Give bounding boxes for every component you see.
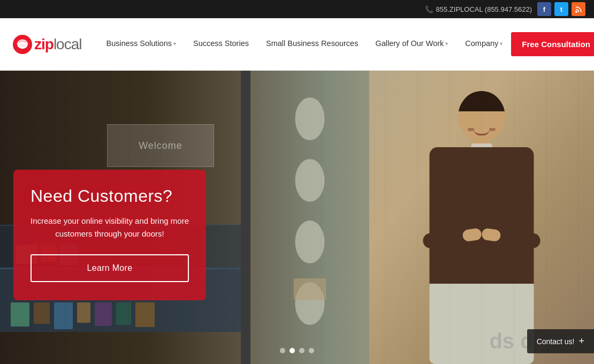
nav-item-business-solutions[interactable]: Business Solutions ▾ bbox=[97, 18, 185, 71]
facebook-button[interactable]: f bbox=[537, 2, 551, 16]
social-icons: f t bbox=[537, 2, 585, 16]
dropdown-arrow: ▾ bbox=[173, 41, 176, 47]
hero-subtitle: Increase your online visibility and brin… bbox=[31, 215, 189, 240]
hero-overlay-box: Need Customers? Increase your online vis… bbox=[13, 170, 206, 300]
learn-more-button[interactable]: Learn More bbox=[31, 254, 189, 282]
phone-number: 855.ZIPLOCAL (855.947.5622) bbox=[436, 5, 532, 13]
dot-3[interactable] bbox=[299, 348, 304, 353]
logo-text: ziplocal bbox=[34, 36, 81, 53]
nav-item-company[interactable]: Company ▾ bbox=[456, 18, 511, 71]
logo[interactable]: ziplocal bbox=[13, 35, 81, 54]
twitter-button[interactable]: t bbox=[554, 2, 568, 16]
hero-title: Need Customers? bbox=[31, 186, 189, 206]
contact-us-button[interactable]: Contact us! + bbox=[527, 329, 594, 353]
dot-4[interactable] bbox=[309, 348, 314, 353]
top-bar: 📞 855.ZIPLOCAL (855.947.5622) f t bbox=[0, 0, 594, 18]
phone-icon: 📞 bbox=[425, 5, 433, 13]
nav-item-gallery[interactable]: Gallery of Our Work ▾ bbox=[367, 18, 456, 71]
contact-label: Contact us! bbox=[537, 337, 575, 346]
phone-info: 📞 855.ZIPLOCAL (855.947.5622) bbox=[425, 5, 532, 13]
rss-button[interactable] bbox=[572, 2, 585, 16]
dropdown-arrow-company: ▾ bbox=[500, 41, 502, 47]
dot-1[interactable] bbox=[280, 348, 285, 353]
dropdown-arrow-gallery: ▾ bbox=[445, 41, 448, 47]
carousel-dots bbox=[280, 348, 314, 353]
nav-item-small-business[interactable]: Small Business Resources bbox=[257, 18, 367, 71]
free-consultation-button[interactable]: Free Consultation bbox=[511, 32, 594, 56]
hero-section: Welcome bbox=[0, 71, 594, 364]
contact-plus-icon: + bbox=[578, 336, 584, 347]
svg-point-0 bbox=[575, 11, 577, 13]
nav-links: Business Solutions ▾ Success Stories Sma… bbox=[97, 18, 511, 71]
nav-item-success-stories[interactable]: Success Stories bbox=[185, 18, 257, 71]
logo-bubble bbox=[13, 35, 32, 54]
dot-2[interactable] bbox=[290, 348, 295, 353]
main-nav: ziplocal Business Solutions ▾ Success St… bbox=[0, 18, 594, 71]
